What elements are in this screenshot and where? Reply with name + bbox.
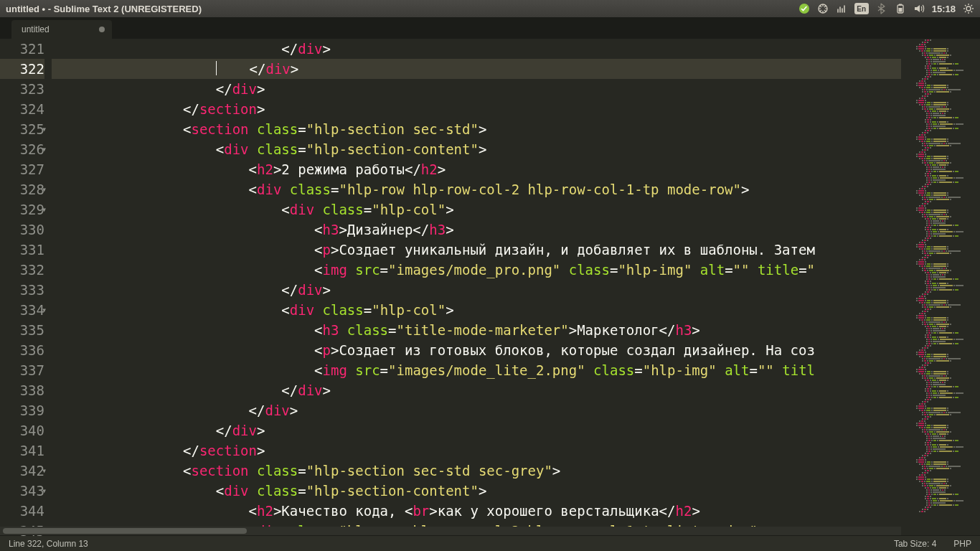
session-gear-icon[interactable] — [963, 3, 974, 14]
minimap-line — [904, 237, 977, 239]
code-line[interactable]: <h2>Качество кода, <br>как у хорошего ве… — [52, 501, 901, 521]
code-line[interactable]: </div> — [52, 400, 901, 420]
scrollbar-thumb[interactable] — [3, 528, 247, 534]
settings-icon[interactable] — [817, 3, 829, 14]
code-line[interactable]: <h2>2 режима работы</h2> — [52, 159, 901, 179]
code-line[interactable]: <img src="images/mode_lite_2.png" class=… — [52, 360, 901, 380]
code-line[interactable]: <img src="images/mode_pro.png" class="hl… — [52, 260, 901, 280]
line-number[interactable]: 344 — [0, 501, 44, 521]
svg-rect-4 — [898, 8, 902, 12]
code-line[interactable]: </section> — [52, 441, 901, 461]
minimap-line — [904, 216, 977, 217]
minimap-line — [904, 242, 977, 243]
line-number[interactable]: 324 — [0, 99, 44, 119]
minimap-line — [904, 293, 977, 295]
line-number[interactable]: 339 — [0, 400, 44, 420]
code-line[interactable]: <div class="hlp-col"> — [52, 300, 901, 320]
minimap-line — [904, 427, 977, 428]
code-line[interactable]: <p>Создает из готовых блоков, которые со… — [52, 340, 901, 360]
minimap-line — [904, 489, 977, 491]
minimap-line — [904, 154, 977, 155]
status-cursor-pos[interactable]: Line 322, Column 13 — [9, 539, 877, 549]
line-number[interactable]: 322 — [0, 59, 44, 79]
line-number[interactable]: 329 — [0, 199, 44, 220]
line-number[interactable]: 343 — [0, 481, 44, 501]
line-number[interactable]: 340 — [0, 420, 44, 441]
line-number[interactable]: 338 — [0, 380, 44, 400]
minimap-line — [904, 324, 977, 325]
line-number[interactable]: 325 — [0, 119, 44, 139]
code-line[interactable]: <h3 class="title-mode-marketer">Маркетол… — [52, 320, 901, 340]
minimap-line — [904, 321, 977, 323]
line-number[interactable]: 323 — [0, 79, 44, 99]
minimap-line — [904, 345, 977, 347]
line-number[interactable]: 332 — [0, 260, 44, 280]
tab-untitled[interactable]: untitled — [11, 20, 112, 39]
line-number[interactable]: 327 — [0, 159, 44, 179]
line-number[interactable]: 334 — [0, 300, 44, 320]
minimap-line — [904, 250, 977, 252]
minimap-line — [904, 52, 977, 54]
network-icon[interactable] — [836, 3, 847, 14]
minimap-line — [904, 182, 977, 183]
minimap-line — [904, 438, 977, 439]
code-line[interactable]: </div> — [52, 59, 901, 79]
minimap-line — [904, 199, 977, 200]
code-line[interactable]: <div class="hlp-row hlp-row-col-2 hlp-ro… — [52, 179, 901, 199]
code-line[interactable]: <section class="hlp-section sec-std"> — [52, 119, 901, 139]
minimap-line — [904, 197, 977, 198]
minimap[interactable] — [901, 39, 980, 535]
keyboard-lang-label: En — [857, 5, 866, 13]
minimap-line — [904, 147, 977, 149]
minimap-line — [904, 240, 977, 241]
minimap-line — [904, 451, 977, 452]
line-number[interactable]: 330 — [0, 220, 44, 240]
code-area[interactable]: </div> </div> </div> </section> <section… — [52, 39, 901, 535]
line-gutter[interactable]: 3213223233243253263273283293303313323333… — [0, 39, 52, 535]
volume-icon[interactable] — [913, 3, 925, 14]
line-number[interactable]: 326 — [0, 139, 44, 159]
code-line[interactable]: <div class="hlp-section-content"> — [52, 139, 901, 159]
minimap-line — [904, 91, 977, 93]
code-line[interactable]: <section class="hlp-section sec-std sec-… — [52, 461, 901, 481]
code-line[interactable]: </div> — [52, 280, 901, 300]
minimap-line — [904, 212, 977, 213]
code-line[interactable]: </div> — [52, 380, 901, 400]
code-line[interactable]: </div> — [52, 79, 901, 99]
code-line[interactable]: <div class="hlp-section-content"> — [52, 481, 901, 501]
status-tab-size[interactable]: Tab Size: 4 — [894, 539, 936, 549]
minimap-line — [904, 457, 977, 458]
line-number[interactable]: 335 — [0, 320, 44, 340]
minimap-line — [904, 425, 977, 426]
line-number[interactable]: 328 — [0, 179, 44, 199]
code-line[interactable]: <h3>Дизайнер</h3> — [52, 220, 901, 240]
code-line[interactable]: </section> — [52, 99, 901, 119]
line-number[interactable]: 341 — [0, 441, 44, 461]
minimap-line — [904, 317, 977, 319]
keyboard-lang-badge[interactable]: En — [854, 3, 869, 14]
minimap-line — [904, 42, 977, 43]
code-line[interactable]: <div class="hlp-col"> — [52, 199, 901, 220]
line-number[interactable]: 321 — [0, 39, 44, 59]
code-line[interactable]: <p>Создает уникальный дизайн, и добавляе… — [52, 240, 901, 260]
line-number[interactable]: 331 — [0, 240, 44, 260]
minimap-line — [904, 253, 977, 254]
minimap-line — [904, 309, 977, 310]
minimap-line — [904, 330, 977, 331]
horizontal-scrollbar[interactable] — [0, 527, 901, 535]
status-syntax[interactable]: PHP — [953, 539, 971, 549]
minimap-line — [904, 248, 977, 250]
line-number[interactable]: 342 — [0, 461, 44, 481]
minimap-line — [904, 246, 977, 248]
line-number[interactable]: 333 — [0, 280, 44, 300]
bluetooth-icon[interactable] — [876, 3, 887, 14]
clock[interactable]: 15:18 — [932, 4, 956, 14]
tab-bar: untitled — [0, 17, 980, 39]
code-line[interactable]: </div> — [52, 420, 901, 441]
sync-ok-icon[interactable] — [798, 3, 810, 14]
minimap-line — [904, 296, 977, 297]
line-number[interactable]: 336 — [0, 340, 44, 360]
battery-icon[interactable] — [895, 3, 906, 14]
line-number[interactable]: 337 — [0, 360, 44, 380]
code-line[interactable]: </div> — [52, 39, 901, 59]
